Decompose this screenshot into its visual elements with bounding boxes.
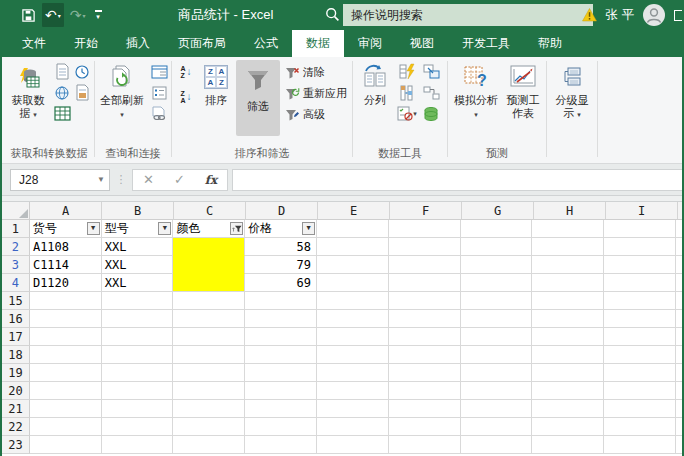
tab-data[interactable]: 数据 [292,30,344,57]
cell-D19[interactable] [245,364,317,382]
cell-A4[interactable]: D1120 [30,274,102,292]
cell-B4[interactable]: XXL [102,274,174,292]
remove-duplicates-button[interactable] [397,83,417,102]
cell-B16[interactable] [102,310,174,328]
cell-C2[interactable] [173,238,245,256]
column-header-I[interactable]: I [606,202,678,220]
data-validation-button[interactable]: ▾ [397,104,417,123]
cell-F23[interactable] [389,436,461,454]
tab-developer[interactable]: 开发工具 [448,30,524,57]
cell-H4[interactable] [532,274,604,292]
cell-G23[interactable] [461,436,533,454]
cell-I15[interactable] [604,292,676,310]
properties-button[interactable] [149,83,169,102]
cell-C21[interactable] [173,400,245,418]
cell-partial[interactable] [676,220,682,238]
cell-E23[interactable] [317,436,389,454]
cell-D22[interactable] [245,418,317,436]
cell-A21[interactable] [30,400,102,418]
row-header-1[interactable]: 1 [2,220,30,238]
consolidate-button[interactable] [421,62,441,81]
cell-partial[interactable] [676,274,682,292]
cell-B15[interactable] [102,292,174,310]
cell-G21[interactable] [461,400,533,418]
cell-H23[interactable] [532,436,604,454]
cell-H22[interactable] [532,418,604,436]
cell-D15[interactable] [245,292,317,310]
column-header-F[interactable]: F [390,202,462,220]
row-header-21[interactable]: 21 [2,400,30,418]
cell-G18[interactable] [461,346,533,364]
tab-page-layout[interactable]: 页面布局 [164,30,240,57]
cell-E21[interactable] [317,400,389,418]
row-header-22[interactable]: 22 [2,418,30,436]
cell-G2[interactable] [461,238,533,256]
row-header-4[interactable]: 4 [2,274,30,292]
cell-D2[interactable]: 58 [245,238,317,256]
cell-B21[interactable] [102,400,174,418]
cell-E2[interactable] [317,238,389,256]
cell-C20[interactable] [173,382,245,400]
cell-C1[interactable]: 颜色 [173,220,245,238]
cell-G15[interactable] [461,292,533,310]
cell-C4[interactable] [173,274,245,292]
cell-F18[interactable] [389,346,461,364]
cell-G20[interactable] [461,382,533,400]
cell-G22[interactable] [461,418,533,436]
cell-H15[interactable] [532,292,604,310]
cell-F3[interactable] [389,256,461,274]
cell-F15[interactable] [389,292,461,310]
filter-dropdown-button[interactable]: ▼ [158,222,171,235]
what-if-analysis-button[interactable]: ? 模拟分析▾ [450,60,502,123]
cell-B2[interactable]: XXL [102,238,174,256]
tab-insert[interactable]: 插入 [112,30,164,57]
cell-B20[interactable] [102,382,174,400]
manage-data-model-button[interactable] [421,104,441,123]
recent-sources-button[interactable] [72,62,92,81]
forecast-sheet-button[interactable]: 预测工作表 [502,60,544,122]
cell-C15[interactable] [173,292,245,310]
cell-H19[interactable] [532,364,604,382]
cell-partial[interactable] [676,436,682,454]
cell-partial[interactable] [676,364,682,382]
cell-C22[interactable] [173,418,245,436]
cell-D1[interactable]: 价格▼ [245,220,317,238]
cell-B1[interactable]: 型号▼ [102,220,174,238]
cell-B18[interactable] [102,346,174,364]
cell-A19[interactable] [30,364,102,382]
cell-I17[interactable] [604,328,676,346]
cell-H21[interactable] [532,400,604,418]
column-header-B[interactable]: B [102,202,174,220]
column-header-H[interactable]: H [534,202,606,220]
cell-H16[interactable] [532,310,604,328]
cell-F16[interactable] [389,310,461,328]
cell-partial[interactable] [676,256,682,274]
flash-fill-button[interactable] [397,62,417,81]
formula-bar-handle[interactable]: ⋮ [110,173,132,186]
cell-F2[interactable] [389,238,461,256]
cell-partial[interactable] [676,310,682,328]
cell-I2[interactable] [604,238,676,256]
cell-C23[interactable] [173,436,245,454]
cell-F1[interactable] [389,220,461,238]
cell-G19[interactable] [461,364,533,382]
column-header-E[interactable]: E [318,202,390,220]
row-header-19[interactable]: 19 [2,364,30,382]
from-text-csv-button[interactable] [52,62,72,81]
cell-E20[interactable] [317,382,389,400]
cell-I18[interactable] [604,346,676,364]
text-to-columns-button[interactable]: 分列 [355,60,395,109]
cell-H3[interactable] [532,256,604,274]
cell-H17[interactable] [532,328,604,346]
cell-partial[interactable] [676,382,682,400]
tab-file[interactable]: 文件 [8,30,60,57]
tell-me-search-input[interactable] [343,4,593,26]
from-table-range-button[interactable] [52,104,72,123]
cell-I4[interactable] [604,274,676,292]
cell-D18[interactable] [245,346,317,364]
cell-C17[interactable] [173,328,245,346]
cell-E22[interactable] [317,418,389,436]
cell-D20[interactable] [245,382,317,400]
name-box[interactable]: J28 ▼ [10,169,110,191]
cell-partial[interactable] [676,400,682,418]
